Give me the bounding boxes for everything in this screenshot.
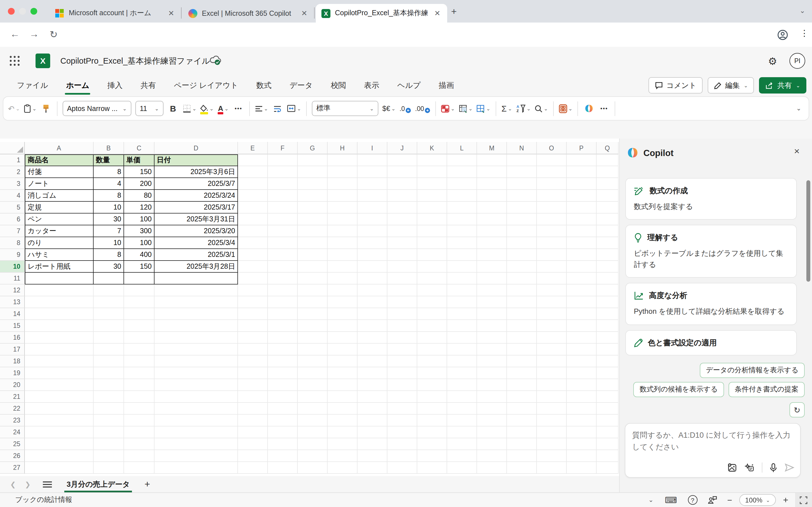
cell[interactable]: 商品名	[25, 154, 94, 166]
cell[interactable]	[327, 284, 357, 296]
cell[interactable]	[417, 154, 447, 166]
cell[interactable]	[298, 320, 327, 332]
cell[interactable]	[417, 414, 447, 427]
cell[interactable]	[268, 166, 298, 178]
cell[interactable]	[567, 414, 597, 427]
cell[interactable]	[597, 379, 619, 391]
cell[interactable]	[537, 450, 567, 462]
cell[interactable]	[417, 178, 447, 190]
undo-button[interactable]: ↶⌄	[8, 101, 20, 116]
cell[interactable]	[388, 202, 417, 214]
cell[interactable]	[477, 427, 507, 438]
next-sheet-icon[interactable]: ❯	[25, 480, 31, 488]
close-tab-icon[interactable]: ✕	[300, 9, 308, 17]
column-header-L[interactable]: L	[447, 142, 477, 154]
cell[interactable]	[298, 308, 327, 320]
cell[interactable]	[298, 332, 327, 344]
cell[interactable]	[298, 261, 327, 273]
cell[interactable]	[388, 284, 417, 296]
cell[interactable]	[447, 249, 477, 261]
cell[interactable]	[298, 403, 327, 414]
cell[interactable]	[537, 391, 567, 403]
cell[interactable]: 100	[124, 237, 154, 249]
cell[interactable]	[298, 427, 327, 438]
cell[interactable]	[238, 355, 268, 367]
cell[interactable]: 30	[94, 214, 124, 225]
ribbon-tab-描画[interactable]: 描画	[438, 75, 455, 96]
cell[interactable]	[537, 237, 567, 249]
fullscreen-icon[interactable]	[795, 493, 812, 507]
panel-scrollbar[interactable]	[806, 180, 810, 282]
cell[interactable]	[238, 178, 268, 190]
cell[interactable]	[357, 403, 388, 414]
cell[interactable]	[268, 391, 298, 403]
copilot-close-icon[interactable]: ×	[794, 146, 800, 157]
cell[interactable]: 2025/3/1	[154, 249, 238, 261]
cell[interactable]	[597, 190, 619, 202]
cell[interactable]	[477, 438, 507, 450]
cell[interactable]	[94, 296, 124, 308]
cell[interactable]	[567, 403, 597, 414]
cell[interactable]	[298, 367, 327, 379]
cell[interactable]	[388, 379, 417, 391]
cell[interactable]	[447, 237, 477, 249]
cell[interactable]	[298, 296, 327, 308]
cell[interactable]	[388, 332, 417, 344]
cell[interactable]: 2025年3月31日	[154, 214, 238, 225]
cell[interactable]	[154, 273, 238, 284]
cell[interactable]	[327, 166, 357, 178]
sheet-tab-active[interactable]: 3月分の売上データ	[64, 476, 132, 493]
column-header-P[interactable]: P	[567, 142, 597, 154]
cell[interactable]	[447, 296, 477, 308]
row-header-6[interactable]: 6	[0, 214, 25, 225]
cell[interactable]	[477, 320, 507, 332]
cell[interactable]	[477, 344, 507, 355]
cell[interactable]	[298, 154, 327, 166]
cell[interactable]	[298, 284, 327, 296]
cell[interactable]	[537, 438, 567, 450]
cell[interactable]	[25, 391, 94, 403]
row-header-11[interactable]: 11	[0, 273, 25, 284]
cell[interactable]	[357, 296, 388, 308]
prompt-library-icon[interactable]	[744, 463, 755, 472]
settings-gear-icon[interactable]: ⚙	[768, 55, 777, 68]
cell[interactable]: 120	[124, 202, 154, 214]
cell[interactable]	[94, 403, 124, 414]
cell[interactable]	[477, 462, 507, 474]
cell[interactable]	[25, 403, 94, 414]
cell[interactable]	[597, 450, 619, 462]
cell[interactable]	[477, 308, 507, 320]
cell[interactable]	[238, 202, 268, 214]
cell[interactable]	[477, 225, 507, 237]
cell[interactable]	[94, 344, 124, 355]
cell[interactable]	[388, 438, 417, 450]
cell[interactable]	[507, 296, 537, 308]
cell[interactable]	[25, 273, 94, 284]
cell[interactable]	[597, 249, 619, 261]
cell[interactable]	[507, 462, 537, 474]
cell[interactable]	[298, 202, 327, 214]
cell[interactable]	[154, 344, 238, 355]
ribbon-tab-挿入[interactable]: 挿入	[106, 75, 124, 96]
cell[interactable]	[357, 202, 388, 214]
cell[interactable]: 2025/3/7	[154, 178, 238, 190]
ribbon-tab-共有[interactable]: 共有	[140, 75, 157, 96]
cell[interactable]	[238, 391, 268, 403]
cell[interactable]	[268, 320, 298, 332]
cell[interactable]	[507, 414, 537, 427]
cell[interactable]	[567, 355, 597, 367]
cell[interactable]	[417, 379, 447, 391]
cell[interactable]	[477, 190, 507, 202]
account-avatar[interactable]: PI	[790, 53, 805, 69]
cell[interactable]	[238, 379, 268, 391]
cell[interactable]	[388, 237, 417, 249]
cell[interactable]	[268, 344, 298, 355]
cell[interactable]	[537, 344, 567, 355]
cell[interactable]	[268, 450, 298, 462]
cell[interactable]	[268, 438, 298, 450]
cell[interactable]	[388, 427, 417, 438]
window-controls[interactable]	[8, 8, 37, 15]
row-header-9[interactable]: 9	[0, 249, 25, 261]
cell[interactable]	[388, 367, 417, 379]
cell[interactable]	[537, 190, 567, 202]
